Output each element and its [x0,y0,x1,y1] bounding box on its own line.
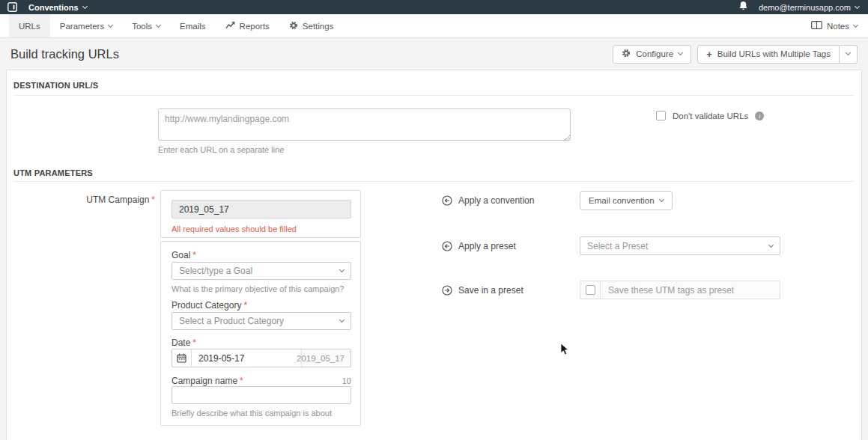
chevron-down-icon [855,3,860,8]
tab-emails[interactable]: Emails [170,14,216,37]
section-divider [13,181,855,182]
campaign-name-label: Campaign name* [172,376,243,386]
chevron-down-icon [339,317,345,323]
dont-validate-row: Don't validate URLs i [656,111,764,120]
build-urls-card: DESTINATION URL/S Enter each URL on a se… [6,70,862,440]
conventions-menu-label: Conventions [28,3,79,12]
utm-campaign-panel: All required values should be filled [160,190,361,238]
date-input-group: 2019_05_17 [172,349,351,367]
utm-campaign-value-input[interactable] [172,200,351,219]
notes-menu[interactable]: Notes [811,14,858,37]
main-nav: URLs Parameters Tools Emails Reports Set… [0,14,868,38]
validation-error: All required values should be filled [172,224,297,233]
date-tag-preview: 2019_05_17 [301,349,350,367]
convention-select-button[interactable]: Email convention [580,191,673,210]
page-title: Build tracking URLs [10,47,119,61]
chevron-down-icon [156,22,161,27]
product-category-label: Product Category* [172,300,247,311]
apply-convention-label: Apply a convention [458,195,534,206]
goal-select[interactable]: Select/type a Goal [172,262,351,280]
mouse-cursor [560,343,569,359]
save-preset-checkbox[interactable] [586,285,595,295]
chevron-down-icon [678,50,683,55]
gear-icon [622,49,631,59]
save-preset-label: Save in a preset [458,285,523,296]
date-label: Date* [172,337,196,348]
tab-urls[interactable]: URLs [9,14,50,37]
preset-select[interactable]: Select a Preset [580,236,780,255]
user-account-menu[interactable]: demo@terminusapp.com [759,3,859,12]
save-preset-name-input[interactable] [601,285,780,296]
destination-section-title: DESTINATION URL/S [13,81,98,90]
tab-parameters[interactable]: Parameters [50,14,122,37]
tab-tools[interactable]: Tools [122,14,170,37]
page-header: Build tracking URLs Configure + Build UR… [0,38,868,70]
goal-helper: What is the primary objective of this ca… [172,284,345,293]
circle-arrow-right-icon [442,285,452,296]
char-count: 10 [342,376,351,385]
convention-fields-panel: Goal* Select/type a Goal What is the pri… [160,241,361,426]
required-marker: * [151,195,155,205]
goal-label: Goal* [172,250,196,260]
required-marker: * [192,337,196,348]
campaign-name-input[interactable] [172,386,351,404]
dont-validate-checkbox[interactable] [656,111,666,120]
chart-line-icon [225,21,235,31]
conventions-menu[interactable]: Conventions [28,3,87,12]
product-category-select[interactable]: Select a Product Category [172,312,351,330]
utm-section-title: UTM PARAMETERS [13,168,93,177]
required-marker: * [192,250,196,260]
save-preset-group [580,281,780,299]
circle-arrow-left-icon [442,195,452,206]
section-divider [13,95,855,96]
tab-reports[interactable]: Reports [216,14,279,37]
date-input[interactable] [192,349,301,367]
dont-validate-label: Don't validate URLs [673,111,748,120]
book-icon [811,21,822,31]
chevron-down-icon [82,3,88,8]
chevron-down-icon [853,22,858,27]
build-urls-multiple-tags-button[interactable]: + Build URLs with Multiple Tags [697,45,840,64]
plus-icon: + [706,49,712,59]
top-app-bar: Conventions demo@terminusapp.com [0,0,868,14]
configure-button[interactable]: Configure [613,45,691,64]
chevron-down-icon [846,50,851,55]
required-marker: * [240,376,243,386]
chevron-down-icon [339,267,345,272]
required-marker: * [243,300,247,311]
circle-arrow-left-icon [442,241,452,251]
terminus-logo-icon[interactable] [7,2,17,12]
destination-url-input[interactable] [158,109,571,141]
apply-preset-row: Apply a preset [442,241,516,251]
apply-preset-label: Apply a preset [458,241,516,251]
chevron-down-icon [659,197,664,202]
chevron-down-icon [768,242,774,247]
save-preset-row: Save in a preset [442,285,523,296]
user-email: demo@terminusapp.com [759,3,851,12]
notifications-bell-icon[interactable] [738,1,748,14]
info-icon[interactable]: i [755,111,764,120]
gear-icon [289,21,298,31]
calendar-icon[interactable] [172,349,192,367]
tab-settings[interactable]: Settings [279,14,344,37]
build-urls-dropdown-toggle[interactable] [840,45,858,64]
utm-campaign-label: UTM Campaign* [7,195,155,205]
apply-convention-row: Apply a convention [442,195,534,206]
campaign-name-helper: Briefly describe what this campaign is a… [172,409,332,418]
chevron-down-icon [108,22,113,27]
destination-helper: Enter each URL on a separate line [158,145,284,154]
